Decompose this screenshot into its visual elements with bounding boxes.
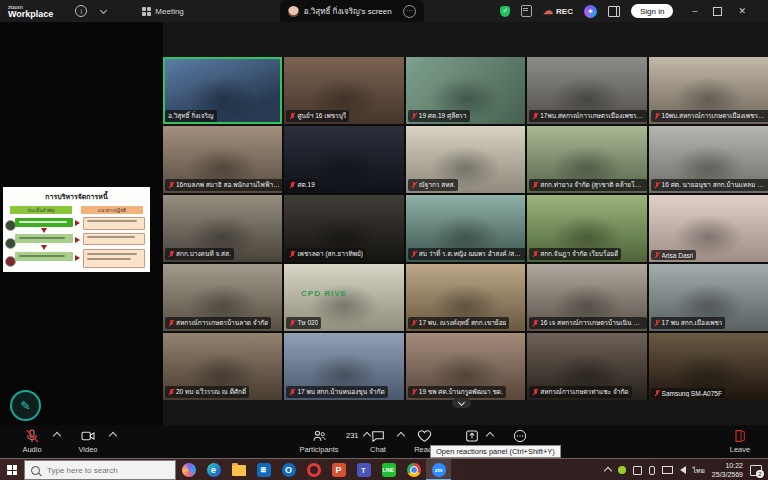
video-tile[interactable]: 16 ศต. นายอนุชา สกก.บ้านแหลม จำกัด bbox=[649, 126, 768, 193]
taskbar-search[interactable] bbox=[24, 460, 176, 480]
security-shield-icon[interactable]: ✓ bbox=[500, 6, 510, 17]
tab-meeting[interactable]: Meeting bbox=[132, 0, 193, 22]
video-tile[interactable]: ศต.19 bbox=[284, 126, 403, 193]
video-tile[interactable]: สบ ว่าที่ ร.ต.หญิง ฌมพร อำสงค์ /สหก... bbox=[406, 195, 525, 262]
video-tile[interactable]: สหกรณ์การเกษตรบ้านลาด จำกัด bbox=[163, 264, 282, 331]
video-tile[interactable]: 20 ทบ ฉวีวรรณ ณ ดีศักดิ์ bbox=[163, 333, 282, 400]
video-tile[interactable]: ณัฐากร สหส. bbox=[406, 126, 525, 193]
taskbar-app-store[interactable]: ⊞ bbox=[251, 459, 276, 480]
video-tile[interactable]: 19 ชพ ศต.บ้านกรูดพัฒนา ชด. bbox=[406, 333, 525, 400]
minimize-button[interactable]: – bbox=[692, 6, 697, 16]
presenter-avatar bbox=[288, 6, 299, 17]
tab-more-icon[interactable]: ⋯ bbox=[403, 5, 416, 18]
video-tile[interactable]: 17พบ.สหกรณ์การเกษตรเมืองเพชรบุรี จำกัด bbox=[527, 57, 646, 124]
shared-screen-preview[interactable]: การบริหารจัดการหนี้ ประเด็นสำคัญ แนวทางป… bbox=[3, 187, 150, 272]
store-icon: ⊞ bbox=[257, 463, 271, 477]
muted-mic-icon bbox=[654, 251, 660, 259]
zoom-workplace-logo: zoom Workplace bbox=[8, 4, 53, 19]
participant-name: อ.วิสุทธิ์ กิ่งเจริญ bbox=[168, 111, 214, 121]
video-tile[interactable]: 16กมลภพ สมาธิ สอ.พนักงานไฟฟ้าเขต... bbox=[163, 126, 282, 193]
view-layout-icon[interactable] bbox=[608, 6, 620, 17]
copilot-icon bbox=[182, 463, 196, 477]
taskbar-app-chrome[interactable] bbox=[401, 459, 426, 480]
video-tile[interactable]: สหกรณ์การเกษตรท่าแซะ จำกัด bbox=[527, 333, 646, 400]
taskbar-app-zoom[interactable]: zm bbox=[426, 459, 451, 480]
video-tile[interactable]: สกก.บางคนที จ.สส. bbox=[163, 195, 282, 262]
leave-label: Leave bbox=[714, 445, 766, 454]
muted-mic-icon bbox=[532, 388, 538, 396]
leave-button[interactable]: Leave bbox=[714, 427, 766, 454]
maximize-button[interactable] bbox=[713, 7, 722, 16]
annotate-pencil-button[interactable]: ✎ bbox=[10, 390, 41, 421]
muted-mic-icon bbox=[289, 388, 295, 396]
participant-name: 16 เจ สหกรณ์การเกษตรบ้านเนิน จำกัด bbox=[540, 318, 644, 328]
participant-name: ศูนย์ฯ 16 เพชรบุรี bbox=[297, 111, 346, 121]
title-bar: zoom Workplace i Meeting อ.วิสุทธิ์ กิ่ง… bbox=[0, 0, 768, 22]
muted-mic-icon bbox=[289, 250, 295, 258]
video-tile[interactable]: Samsung SM-A075F bbox=[649, 333, 768, 400]
video-tile[interactable]: อ.วิสุทธิ์ กิ่งเจริญ bbox=[163, 57, 282, 124]
search-icon bbox=[31, 466, 40, 475]
participant-name: 16 ศต. นายอนุชา สกก.บ้านแหลม จำกัด bbox=[662, 180, 766, 190]
zoom-meeting-window: zoom Workplace i Meeting อ.วิสุทธิ์ กิ่ง… bbox=[0, 0, 768, 480]
taskbar-app-outlook[interactable]: O bbox=[276, 459, 301, 480]
taskbar-app-teams[interactable]: T bbox=[351, 459, 376, 480]
info-icon[interactable]: i bbox=[75, 5, 87, 17]
room-sign-text: CPD RIVE bbox=[301, 289, 347, 298]
more-button[interactable] bbox=[494, 427, 546, 444]
participants-label: Participants bbox=[290, 445, 348, 454]
taskbar-app-line[interactable]: LINE bbox=[376, 459, 401, 480]
audio-button[interactable]: Audio bbox=[6, 427, 58, 454]
search-input[interactable] bbox=[45, 465, 169, 476]
tray-app-icon[interactable] bbox=[633, 466, 642, 475]
slide-right-header: แนวทางปฏิบัติ bbox=[81, 206, 143, 214]
tab-shared-screen[interactable]: อ.วิสุทธิ์ กิ่งเจริญ's screen ⋯ bbox=[280, 0, 424, 22]
participant-name: 17 พบ สกก.บ้านหนองขุน จำกัด bbox=[297, 387, 384, 397]
muted-mic-icon bbox=[168, 388, 174, 396]
taskbar-app-copilot[interactable] bbox=[176, 459, 201, 480]
slide-diagram bbox=[3, 216, 150, 272]
ai-companion-icon[interactable]: ✦ bbox=[584, 5, 597, 18]
video-tile[interactable]: 17 พบ. ณรงค์ฤทธิ์ สกก.เขาย้อย bbox=[406, 264, 525, 331]
participant-name: ณัฐากร สหส. bbox=[419, 180, 456, 190]
video-tile[interactable]: 19 ศต.19 ศุลีตรา bbox=[406, 57, 525, 124]
tray-mic-icon[interactable] bbox=[649, 466, 655, 475]
video-tile[interactable]: CPD RIVE Tษ 020 bbox=[284, 264, 403, 331]
chat-button[interactable]: Chat bbox=[352, 427, 404, 454]
video-tile[interactable]: ศูนย์ฯ 16 เพชรบุรี bbox=[284, 57, 403, 124]
video-tile[interactable]: สกก.ท่ายาง จำกัด (สุรชาติ คล้ายโฉม) bbox=[527, 126, 646, 193]
video-tile[interactable]: 17 พบ สกก.บ้านหนองขุน จำกัด bbox=[284, 333, 403, 400]
video-tile[interactable]: 17 พบ สกก.เมืองเพชร bbox=[649, 264, 768, 331]
teams-icon: T bbox=[357, 463, 371, 477]
taskbar-app-explorer[interactable] bbox=[226, 459, 251, 480]
video-tile[interactable]: สกก.จันฎา จำกัด เรียบร้อยดี bbox=[527, 195, 646, 262]
video-tile[interactable]: เพชรลดา (สก.ธารทิพย์) bbox=[284, 195, 403, 262]
tray-antivirus-icon[interactable] bbox=[618, 466, 626, 474]
muted-mic-icon bbox=[168, 250, 174, 258]
cloud-recording-icon: ☁ bbox=[543, 6, 553, 16]
video-tile[interactable]: 16พบ.สหกรณ์การเกษตรเมืองเพชรบุรี... bbox=[649, 57, 768, 124]
notes-icon[interactable] bbox=[521, 5, 532, 17]
tray-display-icon[interactable] bbox=[662, 466, 673, 474]
close-button[interactable]: ✕ bbox=[738, 6, 746, 16]
taskbar-app-powerpoint[interactable]: P bbox=[326, 459, 351, 480]
chevron-down-icon[interactable] bbox=[100, 6, 107, 13]
video-tile[interactable]: 16 เจ สหกรณ์การเกษตรบ้านเนิน จำกัด bbox=[527, 264, 646, 331]
heart-icon bbox=[398, 427, 450, 444]
slide-left-header: ประเด็นสำคัญ bbox=[10, 206, 72, 214]
language-indicator[interactable]: ไทย bbox=[693, 465, 705, 476]
video-tile[interactable]: Arisa Dasri bbox=[649, 195, 768, 262]
logo-line2: Workplace bbox=[8, 10, 53, 19]
start-button[interactable] bbox=[0, 459, 24, 480]
grid-collapse-button[interactable] bbox=[452, 398, 471, 408]
tray-volume-icon[interactable] bbox=[680, 466, 686, 474]
participant-name: 17พบ.สหกรณ์การเกษตรเมืองเพชรบุรี จำกัด bbox=[540, 111, 644, 121]
participants-button[interactable]: Participants bbox=[290, 427, 348, 454]
video-button[interactable]: Video bbox=[62, 427, 114, 454]
tray-expand-icon[interactable] bbox=[603, 467, 611, 475]
taskbar-clock[interactable]: 10:22 25/3/2569 bbox=[712, 461, 743, 479]
action-center-icon[interactable]: 2 bbox=[750, 465, 762, 476]
taskbar-app-opera[interactable] bbox=[301, 459, 326, 480]
taskbar-app-edge[interactable]: e bbox=[201, 459, 226, 480]
sign-in-button[interactable]: Sign in bbox=[631, 4, 673, 18]
